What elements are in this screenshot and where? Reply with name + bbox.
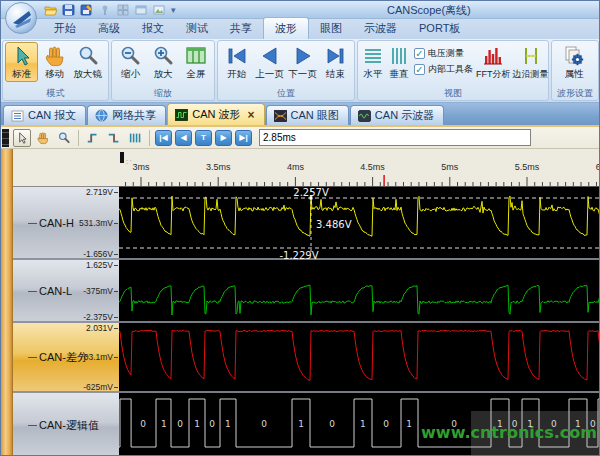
checkbox-check-icon: ✓ [414,64,425,75]
globe-icon [95,109,108,122]
doc-tab-can-eyediagram[interactable]: CAN 眼图 [266,105,349,125]
window-icon[interactable] [133,3,148,17]
channel-row-can-diff[interactable]: 2.031V CAN-差分 703.1mV -625mV [13,323,119,391]
logic-bit-label: 1 [360,419,366,429]
nav-next-icon [291,44,315,68]
time-ruler[interactable]: · · · 3ms3.5ms4ms4.5ms5ms5.5ms6ms [119,149,600,187]
ribbon-tab-eyediagram[interactable]: 眼图 [309,18,353,39]
open-file-icon[interactable] [43,3,58,17]
eye-diagram-icon [274,110,287,122]
position-first-button[interactable]: 开始 [220,42,253,82]
can-l-bottom-value: -2.375V [83,312,118,322]
edge-measure-button[interactable]: 边沿测量 [512,42,550,82]
logic-bit-label: 1 [497,419,503,429]
app-logo[interactable] [5,2,37,34]
qat-dropdown-icon[interactable]: ▾ [171,5,176,15]
close-tab-icon[interactable]: × [248,110,255,120]
logic-bit-label: 0 [140,419,146,429]
edge-measure-icon [519,44,543,68]
ribbon-group-wavesettings: 属性 波形设置 [551,40,599,101]
wave-toolbar: |◀ ◀ T ▶ ▶| [1,127,600,149]
position-next-button[interactable]: 下一页 [286,42,319,82]
doc-tab-can-waveform[interactable]: CAN 波形 × [167,103,264,125]
rising-edge-button[interactable] [84,129,102,147]
position-last-button[interactable]: 结束 [319,42,352,82]
document-tab-bar: CAN 报文 网络共享 CAN 波形 × CAN 眼图 [1,103,600,127]
channel-row-can-l[interactable]: 1.625V CAN-L -375mV -2.375V [13,260,119,321]
waveform-plot[interactable]: 2.257V 3.486V -1.229V www.cntronics.com … [119,187,600,456]
svg-text:www.cntronics.com: www.cntronics.com [421,423,597,442]
properties-icon [562,44,586,68]
image-icon[interactable] [151,3,166,17]
ribbon-group-position: 开始 上一页 下一页 结束 位置 [217,40,355,101]
grid-view-icon[interactable] [115,3,130,17]
waveform-icon [175,109,188,121]
can-l-label: CAN-L [39,285,72,297]
fft-analysis-button[interactable]: FFT分析 [475,42,512,82]
doc-tab-network-share[interactable]: 网络共享 [87,105,166,125]
vertical-button[interactable]: 垂直 [386,42,412,82]
ruler-label: 3.5ms [206,162,231,172]
hand-icon [43,44,67,68]
ruler-label: 5ms [441,162,458,172]
position-prev-button[interactable]: 上一页 [253,42,286,82]
fullscreen-button[interactable]: 全屏 [179,42,212,82]
logic-bit-label: 1 [527,419,533,429]
go-trigger-button[interactable]: T [195,130,212,146]
standard-mode-button[interactable]: 标准 [5,42,38,82]
ribbon-tab-share[interactable]: 共享 [219,18,263,39]
logic-bit-label: 0 [451,419,457,429]
ribbon-tab-message[interactable]: 报文 [131,18,175,39]
go-next-button[interactable]: ▶ [215,130,232,146]
inner-toolbar-checkbox[interactable]: ✓ 内部工具条 [414,63,473,76]
channel-row-can-h[interactable]: 2.719V CAN-H 531.3mV -1.656V [13,187,119,258]
logic-bit-label: 1 [161,419,167,429]
measure-low-label: -1.229V [279,250,318,261]
ribbon: 标准 移动 放大镜 模 [1,39,600,103]
save-icon[interactable] [61,3,76,17]
magnifier-mode-button[interactable]: 放大镜 [71,42,104,82]
go-last-button[interactable]: ▶| [235,130,252,146]
can-l-top-value: 1.625V [86,260,118,270]
comb-view-button[interactable] [126,129,144,147]
falling-edge-button[interactable] [105,129,123,147]
move-mode-button[interactable]: 移动 [38,42,71,82]
doc-tab-can-message[interactable]: CAN 报文 [3,105,86,125]
ruler-handle[interactable] [120,152,124,163]
properties-button[interactable]: 属性 [554,42,594,82]
view-checkboxes: ✓ 电压测量 ✓ 内部工具条 [414,47,473,76]
toolbar-magnifier-button[interactable] [55,129,73,147]
zoom-out-button[interactable]: 缩小 [114,42,147,82]
doc-tab-can-oscilloscope[interactable]: CAN 示波器 [350,105,444,125]
channel-row-can-logic[interactable]: CAN-逻辑值 [13,393,119,456]
pin-icon[interactable] [97,3,112,17]
go-previous-button[interactable]: ◀ [175,130,192,146]
ruler-label: 5.5ms [515,162,540,172]
horizontal-button[interactable]: 水平 [360,42,386,82]
channel-splitter-strip[interactable] [1,149,13,456]
ribbon-tab-oscilloscope[interactable]: 示波器 [353,18,408,39]
vertical-lines-icon [387,44,411,68]
checkbox-check-icon: ✓ [414,48,425,59]
ribbon-tab-test[interactable]: 测试 [175,18,219,39]
toolbar-grip[interactable] [2,129,9,147]
toolbar-cursor-button[interactable] [13,129,31,147]
ribbon-tab-waveform[interactable]: 波形 [263,17,309,39]
ribbon-tab-start[interactable]: 开始 [43,18,87,39]
measure-high-label: 2.257V [293,187,329,198]
ribbon-tab-advanced[interactable]: 高级 [87,18,131,39]
zoom-in-button[interactable]: 放大 [147,42,180,82]
magnifier-icon [76,44,100,68]
fullscreen-icon [184,44,208,68]
logic-bit-label: 0 [590,419,596,429]
voltage-measure-checkbox[interactable]: ✓ 电压测量 [414,47,473,60]
save-as-icon[interactable] [79,3,94,17]
rising-edge-icon [86,131,100,145]
time-position-input[interactable] [259,129,531,146]
hand-icon [36,131,50,145]
logic-bit-label: 1 [225,419,231,429]
toolbar-hand-button[interactable] [34,129,52,147]
logic-bit-label: 0 [383,419,389,429]
go-first-button[interactable]: |◀ [155,130,172,146]
ribbon-tab-portboard[interactable]: PORT板 [408,18,471,39]
